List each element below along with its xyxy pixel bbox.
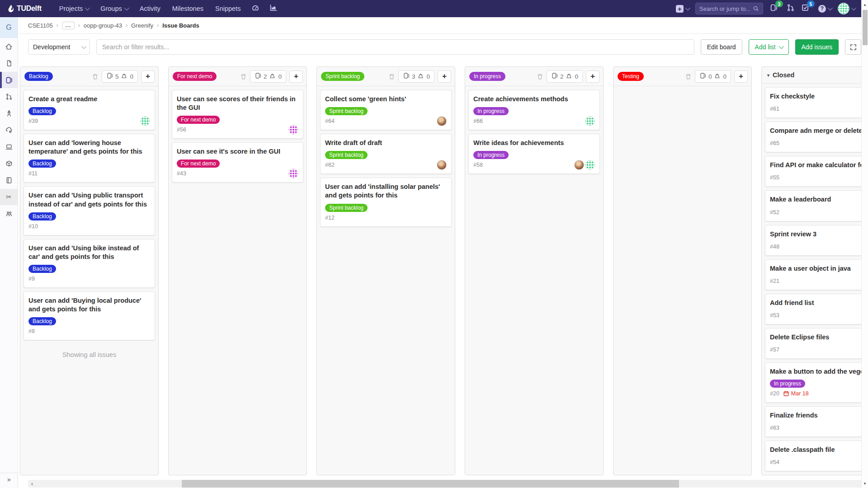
sidebar-item-snippets[interactable]: ✂ bbox=[0, 189, 18, 205]
project-avatar[interactable]: G bbox=[0, 17, 18, 38]
assignee-avatar[interactable] bbox=[437, 160, 447, 170]
merge-requests-dropdown[interactable] bbox=[787, 4, 795, 14]
issue-card[interactable]: Collect some 'green hints'Sprint backlog… bbox=[320, 90, 452, 130]
new-menu-button[interactable]: + bbox=[676, 5, 689, 13]
assignee-avatar[interactable] bbox=[288, 125, 298, 135]
issue-card[interactable]: Add friend list#53 bbox=[765, 294, 868, 324]
issue-card[interactable]: Create a great readmeBacklog#39 bbox=[24, 90, 155, 130]
global-search[interactable] bbox=[695, 3, 763, 14]
vertical-scroll-thumb[interactable] bbox=[863, 10, 868, 45]
menu-groups[interactable]: Groups bbox=[94, 0, 134, 17]
sidebar-item-repository[interactable] bbox=[0, 55, 18, 71]
sidebar-item-operations[interactable] bbox=[0, 122, 18, 138]
issue-card[interactable]: User can add 'Using public transport ins… bbox=[24, 186, 155, 235]
menu-activity[interactable]: Activity bbox=[134, 0, 166, 17]
sidebar-item-merge-requests[interactable] bbox=[0, 89, 18, 105]
issue-card[interactable]: Make a user object in java#21 bbox=[765, 259, 868, 290]
statistics-icon[interactable] bbox=[264, 4, 283, 14]
breadcrumb-item[interactable]: CSE1105 bbox=[28, 22, 53, 29]
issue-label[interactable]: For next demo bbox=[177, 116, 220, 124]
issue-label[interactable]: Sprint backlog bbox=[325, 151, 368, 159]
board-filter-input[interactable] bbox=[96, 39, 694, 55]
issue-label[interactable]: Sprint backlog bbox=[325, 204, 368, 212]
issue-label[interactable]: Backlog bbox=[28, 160, 56, 168]
issue-label[interactable]: Backlog bbox=[28, 107, 56, 115]
new-issue-in-list-button[interactable]: + bbox=[438, 70, 451, 83]
issue-label[interactable]: Backlog bbox=[28, 265, 56, 273]
todos-dropdown[interactable]: 5 bbox=[801, 4, 809, 14]
breadcrumb-item[interactable]: Greenify bbox=[131, 22, 153, 29]
issue-card[interactable]: User can add 'Buying local produce' and … bbox=[24, 291, 155, 340]
menu-snippets[interactable]: Snippets bbox=[209, 0, 246, 17]
issue-label[interactable]: In progress bbox=[770, 380, 805, 388]
issue-card[interactable]: Write ideas for achievementsIn progress#… bbox=[468, 134, 600, 174]
delete-list-button[interactable] bbox=[537, 73, 543, 80]
list-label[interactable]: Testing bbox=[618, 72, 644, 81]
help-menu[interactable]: ? bbox=[818, 5, 831, 13]
global-search-input[interactable] bbox=[699, 5, 750, 12]
scroll-up-arrow[interactable]: ▴ bbox=[862, 1, 868, 8]
issue-card[interactable]: User can see it's score in the GUIFor ne… bbox=[172, 142, 303, 183]
issue-card[interactable]: Delete Eclipse files#57 bbox=[765, 328, 868, 359]
breadcrumb-item[interactable]: oopp-group-43 bbox=[84, 22, 122, 29]
gitlab-logo[interactable]: TUDelft bbox=[8, 5, 42, 13]
new-issue-in-list-button[interactable]: + bbox=[289, 70, 303, 83]
issue-card[interactable]: Find API or make calculator for CO2#55 bbox=[765, 156, 868, 187]
add-issues-button[interactable]: Add issues bbox=[795, 39, 839, 55]
new-issue-in-list-button[interactable]: + bbox=[734, 70, 748, 83]
issue-card[interactable]: Compare adn merge or delete old b#65 bbox=[765, 122, 868, 152]
delete-list-button[interactable] bbox=[685, 73, 692, 80]
toggle-focus-mode-button[interactable] bbox=[845, 39, 861, 55]
sidebar-item-home[interactable] bbox=[0, 38, 18, 55]
menu-projects[interactable]: Projects bbox=[53, 0, 94, 17]
issue-label[interactable]: For next demo bbox=[177, 160, 220, 168]
issue-card[interactable]: User can add 'lowering house temperature… bbox=[24, 134, 155, 183]
issue-card[interactable]: User can add 'Using bike instead of car'… bbox=[24, 239, 155, 288]
list-label[interactable]: Sprint backlog bbox=[321, 72, 364, 81]
menu-milestones[interactable]: Milestones bbox=[166, 0, 209, 17]
add-list-button[interactable]: Add list bbox=[749, 39, 789, 55]
issue-label[interactable]: Sprint backlog bbox=[325, 107, 368, 115]
delete-list-button[interactable] bbox=[388, 73, 395, 80]
scroll-down-arrow[interactable]: ▾ bbox=[862, 480, 868, 487]
delete-list-button[interactable] bbox=[240, 73, 247, 80]
sidebar-item-wiki[interactable] bbox=[0, 172, 18, 188]
list-label[interactable]: For next demo bbox=[173, 72, 217, 81]
issue-card[interactable]: User can add 'installing solar panels' a… bbox=[320, 178, 452, 226]
assignee-avatar[interactable] bbox=[585, 116, 595, 126]
list-label[interactable]: Backlog bbox=[24, 72, 53, 81]
issue-card[interactable]: User can see scores of their friends in … bbox=[172, 90, 303, 139]
sidebar-item-packages[interactable] bbox=[0, 155, 18, 172]
assignee-avatar[interactable] bbox=[288, 169, 298, 178]
sidebar-collapse-button[interactable]: » bbox=[0, 473, 18, 485]
new-issue-in-list-button[interactable]: + bbox=[141, 70, 155, 83]
issue-label[interactable]: In progress bbox=[473, 151, 509, 159]
issue-card[interactable]: Fix checkstyle#61 bbox=[765, 87, 868, 118]
issue-card[interactable]: Delete .classpath file#54 bbox=[765, 441, 868, 471]
sidebar-item-ci-cd[interactable] bbox=[0, 105, 18, 122]
sidebar-item-environments[interactable] bbox=[0, 139, 18, 155]
sidebar-item-members[interactable] bbox=[0, 206, 18, 222]
issue-card[interactable]: Make a button to add the vegetarianIn pr… bbox=[765, 362, 868, 403]
vertical-scrollbar[interactable]: ▴ ▾ bbox=[861, 0, 868, 488]
breadcrumb-ellipsis-button[interactable]: … bbox=[62, 22, 75, 29]
list-label[interactable]: In progress bbox=[469, 72, 505, 81]
operations-dashboard-icon[interactable] bbox=[246, 4, 264, 14]
issue-card[interactable]: Create achievements methodsIn progress#6… bbox=[468, 90, 600, 130]
edit-board-button[interactable]: Edit board bbox=[701, 39, 742, 55]
issue-label[interactable]: Backlog bbox=[28, 212, 56, 221]
new-issue-in-list-button[interactable]: + bbox=[586, 70, 599, 83]
assignee-avatar[interactable] bbox=[585, 160, 595, 170]
issue-card[interactable]: Make a leaderboard#52 bbox=[765, 190, 868, 221]
user-menu[interactable] bbox=[838, 3, 855, 14]
issue-card[interactable]: Write draft of draftSprint backlog#62 bbox=[320, 134, 452, 174]
issue-card[interactable]: Sprint review 3#48 bbox=[765, 225, 868, 256]
board-switcher-select[interactable]: Development bbox=[28, 39, 90, 55]
scroll-left-arrow[interactable]: ‹ bbox=[28, 480, 36, 488]
assignee-avatar[interactable] bbox=[140, 116, 150, 126]
horizontal-scroll-thumb[interactable] bbox=[182, 480, 679, 488]
issue-label[interactable]: In progress bbox=[473, 107, 509, 115]
assignee-avatar[interactable] bbox=[574, 160, 584, 170]
issue-label[interactable]: Backlog bbox=[28, 317, 56, 325]
issues-dropdown[interactable]: 3 bbox=[769, 4, 778, 14]
